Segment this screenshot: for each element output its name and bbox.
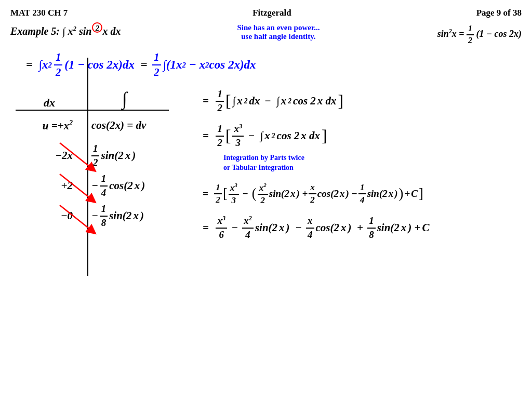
table-row-4: −0 −18 sin(2x) <box>16 201 192 231</box>
eq-5: = x36 − x24 sin(2x) − x4 cos(2x) + 18 si… <box>203 215 522 241</box>
right-equations: = 12 [ ∫ x2dx − ∫ x2 cos 2x dx ] = 12 [ … <box>192 88 522 246</box>
header-center: Fitzgerald <box>252 8 291 18</box>
table-row-1: u =+x2 cos(2x) = dv <box>16 111 192 141</box>
page: MAT 230 CH 7 Fitzgerald Page 9 of 38 Exa… <box>0 0 532 399</box>
hint-text: Sine has an even power...use half angle … <box>125 23 432 41</box>
tabular-section: dx ∫ u =+x2 cos(2x) = dv <box>10 88 192 246</box>
header-right: Page 9 of 38 <box>476 8 522 18</box>
eq-3: = 12 [ x33 − ∫ x2 cos 2x dx ] <box>203 123 522 149</box>
example-label: Example 5: ∫ x2 sin2x dx <box>10 22 125 37</box>
identity: sin2x = 12 (1 − cos 2x) <box>437 23 522 46</box>
header-left: MAT 230 CH 7 <box>10 8 68 18</box>
header: MAT 230 CH 7 Fitzgerald Page 9 of 38 <box>10 8 522 18</box>
eq-2: = 12 [ ∫ x2dx − ∫ x2 cos 2x dx ] <box>203 88 522 114</box>
eq-4: = 12 [ x33 − ( x22 sin(2x) + x2 cos(2x) … <box>203 181 522 206</box>
table-row-3: +2 −14 cos(2x) <box>16 171 192 201</box>
col-dx-header: dx <box>16 96 83 110</box>
ibp-note: Integration by Parts twiceor Tabular Int… <box>223 153 522 173</box>
eq-row-1: = ∫ x2 12 (1 − cos 2x)dx = 12 ∫(1x2 − x2… <box>26 50 522 79</box>
col-int-header: ∫ <box>83 88 166 110</box>
table-row-2: −2x 12 sin(2x) <box>16 141 192 171</box>
